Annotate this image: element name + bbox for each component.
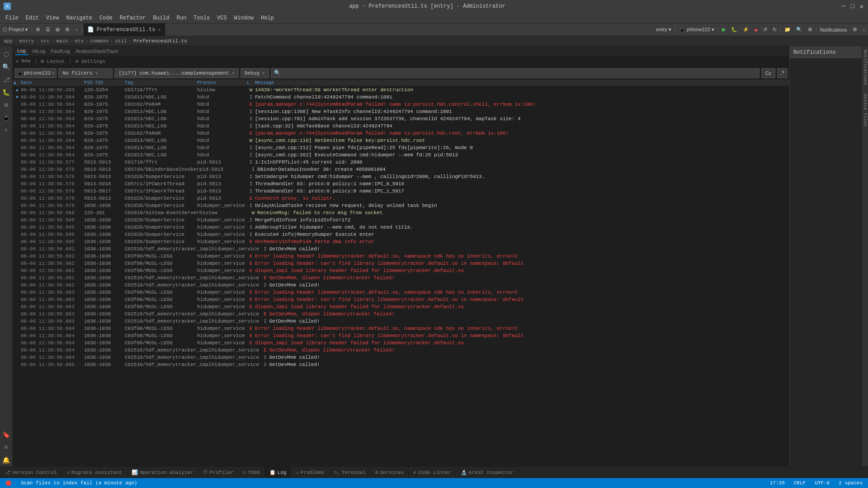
entry-dropdown[interactable]: entry ▾ [653,23,674,36]
tab-log[interactable]: Log: [15,47,28,55]
tab-migrate-assistant[interactable]: ↗ Migrate Assistant [62,467,127,479]
menu-item-navigate[interactable]: Navigate [62,14,96,22]
debug-button[interactable]: 🐛 [728,23,740,36]
log-area[interactable]: ▲ Date PID-TID Tag Process L Message ▲ 0… [13,80,789,466]
log-layout-label[interactable]: ⊞ Layout [41,58,65,64]
sidebar-remote-icon[interactable]: ⚡ [1,125,12,136]
table-row[interactable]: 08-06 11:30:56.564 829-1975 C02d13/HDC_L… [13,122,789,130]
minus-button[interactable]: − [72,23,80,36]
table-row[interactable]: 08-06 11:30:56.586 125-201 C02d10/HiView… [13,209,789,216]
sidebar-search-icon[interactable]: 🔍 [1,61,12,72]
table-row[interactable]: ▲ 08-06 11:30:56.293 125-5254 C01719/ffr… [13,86,789,94]
minimize2-button[interactable]: − [860,23,868,36]
menu-item-view[interactable]: View [42,14,63,22]
table-row[interactable]: 08-06 11:30:56.603 1036-1036 C03f00/MUSL… [13,303,789,310]
close-button[interactable]: ✕ [859,4,864,9]
status-time[interactable]: 17:35 [768,478,787,488]
tab-problems[interactable]: ⚠ Problems [291,467,329,479]
table-row[interactable]: ▼ 08-06 11:30:56.564 829-1975 C02d13/HDC… [13,94,789,101]
sidebar-debug-icon[interactable]: 🐛 [1,87,12,98]
tab-code-linter[interactable]: ✔ Code Linter [409,467,456,479]
regex-button[interactable]: .* [777,68,788,78]
status-index[interactable]: Scan files to index fail (a minute ago) [19,478,139,488]
menu-item-tools[interactable]: Tools [190,14,213,22]
table-row[interactable]: 08-06 11:30:56.604 1036-1036 C02510/hdf_… [13,354,789,361]
menu-item-vcs[interactable]: VCS [213,14,231,22]
notifications-button[interactable]: Notifications [817,23,850,36]
tab-operation-analyzer[interactable]: 📊 Operation Analyzer [127,467,198,479]
table-row[interactable]: 08-06 11:30:56.564 829-1975 C02d13/HDC_L… [13,151,789,159]
table-row[interactable]: 08-06 11:30:56.564 829-1975 C02d13/HDC_L… [13,144,789,151]
sidebar-source-icon[interactable]: ⎇ [1,74,12,85]
tab-hilog[interactable]: HiLog [30,47,47,55]
table-row[interactable]: 08-06 11:30:56.595 1036-1036 C02d20/Dump… [13,224,789,231]
bc-ets[interactable]: ets [75,38,84,44]
table-row[interactable]: 08-06 11:30:56.604 1036-1036 C03f00/MUSL… [13,332,789,339]
menu-item-file[interactable]: File [2,14,22,22]
reload2-button[interactable]: ↻ [770,23,779,36]
table-row[interactable]: 08-06 11:30:56.577 5913-5913 C01719/ffrt… [13,159,789,166]
search-button[interactable]: 🔍 [793,23,805,36]
cc-button[interactable]: Cc [761,68,775,78]
table-row[interactable]: 08-06 11:30:56.578 5913-5913 C02d20/Dump… [13,173,789,180]
bc-entry[interactable]: entry [19,38,34,44]
settings2-button[interactable]: ⚙ [850,23,860,36]
tab-todo[interactable]: ☑ TODO [239,467,265,479]
table-row[interactable]: 08-06 11:30:56.578 5913-5913 C057d4/DBin… [13,166,789,173]
device-dropdown[interactable]: 📱 phtone222 ▾ [676,23,717,36]
status-indent[interactable]: 2 spaces [837,478,864,488]
minimize-button[interactable]: ─ [841,4,846,9]
table-row[interactable]: 08-06 11:30:56.564 829-1975 C02d13/HDC_L… [13,137,789,144]
status-encoding[interactable]: CRLF [792,478,807,488]
table-row[interactable]: 08-06 11:30:56.564 829-1975 C02c02/PARAM… [13,130,789,137]
loglevel-dropdown[interactable]: Debug ▾ [241,68,269,78]
stop-button[interactable]: ■ [752,23,760,36]
tab-analyzestacktrace[interactable]: AnalyzeStackTrace [74,47,120,55]
table-row[interactable]: 08-06 11:30:56.602 1036-1036 C02510/hdf_… [13,282,789,289]
menu-item-code[interactable]: Code [96,14,116,22]
maximize-button[interactable]: □ [850,4,855,9]
table-row[interactable]: 08-06 11:30:56.602 1036-1036 C02510/hdf_… [13,245,789,253]
log-add-button[interactable]: + [15,58,19,65]
bc-util[interactable]: util [115,38,127,44]
tab-log[interactable]: 📋 Log [265,467,292,479]
table-row[interactable]: 08-06 11:30:56.564 829-1975 C02d13/HDC_L… [13,108,789,115]
table-row[interactable]: 08-06 11:30:56.604 1036-1036 C03f00/MUSL… [13,339,789,347]
folder-button[interactable]: 📁 [782,23,793,36]
bc-file[interactable]: PreferencesUtil.ts [133,38,187,44]
attach-button[interactable]: ⚡ [740,23,752,36]
table-row[interactable]: 08-06 11:30:56.595 1036-1036 C02d20/Dump… [13,216,789,224]
table-row[interactable]: 08-06 11:30:56.603 1036-1036 C02510/hdf_… [13,310,789,318]
run-button[interactable]: ▶ [719,23,728,36]
table-row[interactable]: 08-06 11:30:56.603 1036-1036 C03f00/MUSL… [13,296,789,303]
table-row[interactable]: 08-06 11:30:56.602 1036-1036 C03f00/MUSL… [13,267,789,274]
table-row[interactable]: 08-06 11:30:56.604 1036-1036 C03f00/MUSL… [13,325,789,332]
sidebar-device-icon[interactable]: 📱 [1,112,12,123]
menu-item-help[interactable]: Help [257,14,278,22]
table-row[interactable]: 08-06 11:30:56.595 1036-1036 C02d20/Dump… [13,238,789,245]
device-selector[interactable]: 📱 phtone222 ▾ [14,68,57,78]
table-row[interactable]: 08-06 11:30:56.603 1036-1036 C02510/hdf_… [13,318,789,325]
gear2-button[interactable]: ⚙ [805,23,815,36]
sidebar-bookmark-icon[interactable]: 🔖 [1,429,12,440]
bc-common[interactable]: common [90,38,108,44]
filter-dropdown[interactable]: No filters ▾ [58,68,113,78]
table-row[interactable]: 08-06 11:30:56.602 1036-1036 C03f00/MUSL… [13,260,789,267]
file-tab-close[interactable]: ✕ [158,27,160,33]
tab-version-control[interactable]: ⎇ Version Control [0,467,62,479]
reload-button[interactable]: ↺ [760,23,770,36]
status-vc[interactable]: 🔴 [4,478,14,488]
table-row[interactable]: 08-06 11:30:56.564 829-1975 C02d13/HDC_L… [13,115,789,122]
bc-src[interactable]: src [41,38,50,44]
table-row[interactable]: 08-06 11:30:56.578 5913-5917 C057c1/IPCW… [13,188,789,195]
table-row[interactable]: 08-06 11:30:56.579 1036-1036 C02d20/Dump… [13,202,789,209]
sidebar-project-icon[interactable]: ⬡ [1,49,12,60]
settings-button[interactable]: ⚙ [33,23,43,36]
sidebar-ext-icon[interactable]: ⊞ [1,99,12,110]
tab-arkui-inspector[interactable]: 🔬 ArkUI Inspector [456,467,519,479]
bc-app[interactable]: app [4,38,13,44]
table-row[interactable]: 08-06 11:30:56.602 1036-1036 C03f00/MUSL… [13,253,789,260]
device-files-label[interactable]: Device Files [863,94,868,127]
table-row[interactable]: 08-06 11:30:56.564 829-1975 C02c02/PARAM… [13,101,789,108]
menu-item-run[interactable]: Run [173,14,190,22]
